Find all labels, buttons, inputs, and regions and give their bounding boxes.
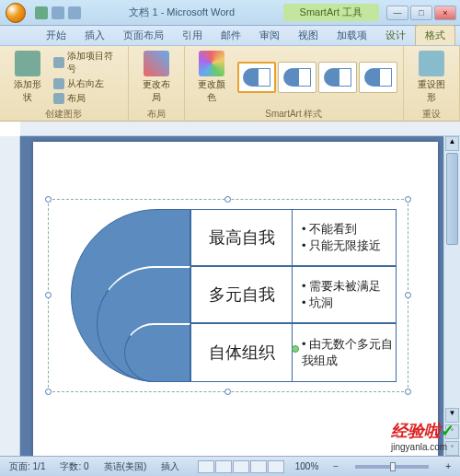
contextual-tab-label: SmartArt 工具 xyxy=(283,4,379,21)
resize-handle-bm[interactable] xyxy=(224,389,231,395)
watermark-text: 经验啦 xyxy=(391,422,441,440)
row2-bullet-1: 需要未被满足 xyxy=(302,278,396,295)
maximize-button[interactable]: □ xyxy=(410,6,432,20)
watermark: 经验啦✓ jingyanla.com xyxy=(391,420,454,452)
view-outline[interactable] xyxy=(250,460,267,473)
row1-title[interactable]: 最高自我 xyxy=(191,210,293,265)
view-full-screen[interactable] xyxy=(215,460,232,473)
change-colors-icon xyxy=(199,51,224,76)
style-gallery xyxy=(237,62,397,93)
change-layout-button[interactable]: 更改布局 xyxy=(134,49,178,106)
add-shape-button[interactable]: 添加形状 xyxy=(6,49,50,106)
resize-handle-tl[interactable] xyxy=(45,196,52,203)
style-item-3[interactable] xyxy=(318,62,357,93)
change-colors-label: 更改颜色 xyxy=(194,78,231,104)
tab-view[interactable]: 视图 xyxy=(289,26,328,45)
row3-title[interactable]: 自体组织 xyxy=(191,324,293,381)
row3-bullets[interactable]: 由无数个多元自我组成 xyxy=(293,324,396,381)
row1-bullet-2: 只能无限接近 xyxy=(302,238,396,254)
ribbon: 添加形状 添加项目符号 从右向左 布局 创建图形 更改布局 布局 更改颜色 xyxy=(0,46,460,122)
resize-handle-tr[interactable] xyxy=(405,196,411,203)
tab-format[interactable]: 格式 xyxy=(415,25,455,45)
minimize-button[interactable]: — xyxy=(386,6,408,20)
status-bar: 页面: 1/1 字数: 0 英语(美国) 插入 100% − + xyxy=(0,456,460,476)
reset-label: 重设图形 xyxy=(413,78,450,104)
change-colors-button[interactable]: 更改颜色 xyxy=(190,49,235,106)
resize-handle-br[interactable] xyxy=(405,389,411,395)
view-buttons xyxy=(198,460,284,473)
redo-icon[interactable] xyxy=(68,6,81,19)
row2-title[interactable]: 多元自我 xyxy=(191,267,293,322)
zoom-slider[interactable] xyxy=(355,465,429,469)
zoom-out-button[interactable]: − xyxy=(329,461,342,471)
group-smartart-styles: 更改颜色 SmartArt 样式 xyxy=(185,46,405,121)
row3-bullet-1: 由无数个多元自我组成 xyxy=(302,336,396,369)
status-mode[interactable]: 插入 xyxy=(157,460,183,473)
undo-icon[interactable] xyxy=(52,6,64,19)
smartart-row-3[interactable]: 自体组织 由无数个多元自我组成 xyxy=(190,323,397,382)
view-print-layout[interactable] xyxy=(198,460,214,473)
resize-handle-mr[interactable] xyxy=(405,292,411,298)
office-logo-icon xyxy=(6,3,26,23)
window-controls: — □ × xyxy=(386,6,456,20)
row2-bullets[interactable]: 需要未被满足 坑洞 xyxy=(293,267,396,322)
tab-references[interactable]: 引用 xyxy=(173,26,212,45)
watermark-url: jingyanla.com xyxy=(391,442,454,452)
add-bullet-button[interactable]: 添加项目符号 xyxy=(53,50,122,75)
zoom-level[interactable]: 100% xyxy=(292,461,323,471)
save-icon[interactable] xyxy=(35,6,48,19)
tab-mailings[interactable]: 邮件 xyxy=(212,26,250,45)
tab-insert[interactable]: 插入 xyxy=(75,26,114,45)
tab-home[interactable]: 开始 xyxy=(37,26,75,45)
group-label-reset: 重设 xyxy=(409,106,454,121)
ruler-vertical[interactable] xyxy=(0,136,20,456)
scroll-thumb[interactable] xyxy=(446,153,458,245)
watermark-check-icon: ✓ xyxy=(441,422,454,440)
bullet-icon xyxy=(53,57,64,68)
style-item-1[interactable] xyxy=(237,62,276,93)
change-layout-icon xyxy=(144,51,169,76)
zoom-in-button[interactable]: + xyxy=(442,461,454,471)
ribbon-tabs: 开始 插入 页面布局 引用 邮件 审阅 视图 加载项 设计 格式 xyxy=(0,26,460,46)
group-label-create: 创建图形 xyxy=(6,106,122,121)
scroll-up-button[interactable]: ▲ xyxy=(445,136,459,151)
vertical-scrollbar[interactable]: ▲ ▼ ◦ ◦ xyxy=(443,136,460,456)
tab-page-layout[interactable]: 页面布局 xyxy=(114,26,173,45)
view-web-layout[interactable] xyxy=(233,460,249,473)
smartart-graphic[interactable]: 最高自我 不能看到 只能无限接近 多元自我 需要未被满足 坑洞 自体组织 xyxy=(71,209,397,382)
smartart-row-2[interactable]: 多元自我 需要未被满足 坑洞 xyxy=(190,266,397,323)
resize-handle-ml[interactable] xyxy=(45,292,52,298)
smartart-selection-frame[interactable]: 最高自我 不能看到 只能无限接近 多元自我 需要未被满足 坑洞 自体组织 xyxy=(48,199,408,392)
style-item-4[interactable] xyxy=(359,62,397,93)
add-shape-label: 添加形状 xyxy=(9,78,46,104)
resize-handle-tm[interactable] xyxy=(224,196,231,203)
page[interactable]: 最高自我 不能看到 只能无限接近 多元自我 需要未被满足 坑洞 自体组织 xyxy=(33,142,438,456)
office-button[interactable] xyxy=(0,0,31,26)
window-title: 文档 1 - Microsoft Word xyxy=(81,6,283,19)
zoom-slider-thumb[interactable] xyxy=(390,462,396,471)
layout-small-icon xyxy=(53,93,64,104)
close-button[interactable]: × xyxy=(434,6,456,20)
arc-level-3[interactable] xyxy=(124,323,190,382)
style-item-2[interactable] xyxy=(278,62,316,93)
layout-small-button[interactable]: 布局 xyxy=(53,92,122,105)
group-label-styles: SmartArt 样式 xyxy=(190,106,398,121)
status-words[interactable]: 字数: 0 xyxy=(56,460,92,473)
tab-addins[interactable]: 加载项 xyxy=(328,26,376,45)
ruler-horizontal[interactable] xyxy=(20,122,460,136)
arc-stack xyxy=(71,209,190,382)
status-page[interactable]: 页面: 1/1 xyxy=(6,460,49,473)
rotate-handle[interactable] xyxy=(292,345,299,353)
reset-graphic-button[interactable]: 重设图形 xyxy=(409,49,454,106)
row1-bullets[interactable]: 不能看到 只能无限接近 xyxy=(293,210,396,265)
rtl-icon xyxy=(53,78,64,89)
tab-review[interactable]: 审阅 xyxy=(250,26,289,45)
tab-design[interactable]: 设计 xyxy=(376,26,415,45)
view-draft[interactable] xyxy=(268,460,284,473)
rtl-button[interactable]: 从右向左 xyxy=(53,77,122,90)
smartart-row-1[interactable]: 最高自我 不能看到 只能无限接近 xyxy=(190,209,397,266)
status-language[interactable]: 英语(美国) xyxy=(100,460,151,473)
title-bar: 文档 1 - Microsoft Word SmartArt 工具 — □ × xyxy=(0,0,460,26)
resize-handle-bl[interactable] xyxy=(45,389,52,395)
group-label-layout: 布局 xyxy=(134,106,178,121)
